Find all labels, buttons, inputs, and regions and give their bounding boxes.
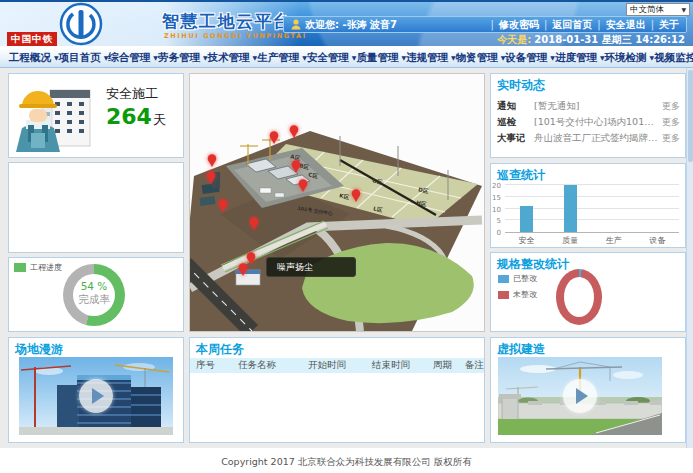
map-marker-icon[interactable]: [289, 123, 299, 136]
legend-label: 已整改: [513, 273, 537, 284]
bar-chart-x-axis: 安全质量生产设备: [505, 235, 679, 246]
main-content: 安全施工 264天 工程进度 54 % 完成率 场地漫游: [0, 68, 693, 448]
virtual-video-thumbnail[interactable]: [498, 357, 662, 435]
welcome-text: 欢迎您: -张涛 波音7: [305, 18, 491, 32]
datetime-value: 2018-01-31 星期三 14:26:12: [534, 34, 685, 45]
x-tick-label: 生产: [592, 235, 636, 246]
safety-days-value: 264: [106, 104, 152, 129]
progress-percent: 54 %: [63, 280, 125, 293]
more-link[interactable]: 更多: [662, 116, 680, 129]
separator: |: [491, 19, 494, 30]
bar-安全: [520, 206, 533, 232]
header-banner: 中国中铁 智慧工地云平台 ZHIHUI GONGDI YUNPINGTAI 中文…: [0, 0, 693, 46]
map-marker-icon[interactable]: [238, 261, 248, 274]
safety-label: 安全施工: [106, 85, 158, 103]
nav-item[interactable]: 进度管理▼: [555, 51, 605, 65]
site-map-panel: 101号 交付中心 噪声扬尘 A区B区C区G区K区L区D区H区: [189, 73, 485, 332]
realtime-rows: 通知[暂无通知]更多巡检[101号交付中心]场内101、103、停机...更多大…: [497, 98, 680, 146]
nav-item[interactable]: 项目首页▼: [59, 51, 109, 65]
separator: |: [597, 19, 600, 30]
nav-item[interactable]: 环境检测▼: [605, 51, 655, 65]
nav-item[interactable]: 物资管理▼: [456, 51, 506, 65]
x-tick-label: 质量: [549, 235, 593, 246]
logo-text: 中国中铁: [7, 32, 57, 46]
realtime-row: 大事记舟山波音工厂正式签约揭牌9月26日，...更多: [497, 130, 680, 146]
datetime: 今天是:2018-01-31 星期三 14:26:12: [497, 33, 685, 47]
task-column-header: 备注: [465, 359, 484, 372]
progress-panel: 工程进度 54 % 完成率: [8, 257, 184, 332]
app-title: 智慧工地云平台: [162, 10, 292, 33]
play-button-icon[interactable]: [79, 379, 113, 413]
user-link[interactable]: 关于: [659, 18, 679, 32]
nav-item[interactable]: 视频监控▼: [654, 51, 693, 65]
user-link[interactable]: 修改密码: [499, 18, 539, 32]
bar-chart-y-axis: 05101520: [491, 186, 503, 233]
y-tick-label: 15: [492, 194, 501, 202]
y-tick-label: 5: [497, 217, 501, 225]
roam-video-thumbnail[interactable]: [19, 357, 173, 435]
chevron-down-icon: ▼: [681, 6, 686, 13]
user-links: |修改密码|返回首页|安全退出|关于: [491, 18, 680, 32]
legend-label: 工程进度: [30, 262, 62, 273]
y-tick-label: 0: [497, 229, 501, 237]
safety-days: 264天: [106, 104, 166, 129]
map-marker-icon[interactable]: [249, 215, 259, 228]
nav-item[interactable]: 生产管理▼: [257, 51, 307, 65]
panel-title: 场地漫游: [15, 341, 63, 358]
vertical-scrollbar[interactable]: [686, 68, 693, 448]
task-column-header: 任务名称: [238, 359, 308, 372]
panel-title: 虚拟建造: [497, 341, 545, 358]
more-link[interactable]: 更多: [662, 132, 680, 145]
panel-title: 巡查统计: [497, 167, 545, 184]
site-3d-map[interactable]: 101号 交付中心 噪声扬尘 A区B区C区G区K区L区D区H区: [190, 74, 484, 331]
map-marker-icon[interactable]: [269, 129, 279, 142]
language-select[interactable]: 中文简体 ▼: [626, 3, 690, 16]
copyright-text: Copyright 2017 北京联合众为科技发展有限公司 版权所有: [221, 456, 472, 467]
nav-item[interactable]: 综合管理▼: [108, 51, 158, 65]
inspection-stats-panel: 巡查统计 05101520 安全质量生产设备: [490, 163, 686, 248]
map-marker-icon[interactable]: [206, 169, 216, 182]
legend-item: 已整改: [498, 273, 537, 284]
progress-legend: 工程进度: [14, 262, 62, 273]
rectify-legend: 已整改未整改: [498, 273, 537, 300]
map-tooltip: 噪声扬尘: [266, 257, 356, 277]
map-marker-icon[interactable]: [298, 177, 308, 190]
nav-item[interactable]: 安全管理▼: [307, 51, 357, 65]
datetime-prefix: 今天是:: [497, 34, 531, 45]
map-marker-icon[interactable]: [351, 187, 361, 200]
play-button-icon[interactable]: [563, 379, 597, 413]
realtime-panel: 实时动态 通知[暂无通知]更多巡检[101号交付中心]场内101、103、停机.…: [490, 73, 686, 158]
map-marker-icon[interactable]: [207, 152, 217, 165]
y-tick-label: 10: [492, 206, 501, 214]
nav-item[interactable]: 劳务管理▼: [158, 51, 208, 65]
nav-item[interactable]: 质量管理▼: [356, 51, 406, 65]
app-window: 中国中铁 智慧工地云平台 ZHIHUI GONGDI YUNPINGTAI 中文…: [0, 0, 693, 473]
legend-swatch: [498, 275, 509, 283]
more-link[interactable]: 更多: [662, 100, 680, 113]
rectify-donut-chart: [556, 269, 602, 325]
nav-item[interactable]: 设备管理▼: [505, 51, 555, 65]
bar-chart-plot: [505, 186, 679, 233]
panel-title: 本周任务: [196, 341, 244, 358]
task-column-header: 开始时间: [308, 359, 372, 372]
site-map-render: [190, 74, 484, 331]
panel-title: 规格整改统计: [497, 256, 569, 273]
weekly-tasks-panel: 本周任务 序号任务名称开始时间结束时间周期备注: [189, 337, 485, 443]
realtime-row: 巡检[101号交付中心]场内101、103、停机...更多: [497, 114, 680, 130]
user-icon: [291, 19, 301, 30]
map-marker-icon[interactable]: [218, 197, 228, 210]
task-column-header: 序号: [196, 359, 238, 372]
user-link[interactable]: 返回首页: [552, 18, 592, 32]
user-link[interactable]: 安全退出: [606, 18, 646, 32]
nav-item[interactable]: 工程概况▼: [9, 51, 59, 65]
nav-item[interactable]: 技术管理▼: [208, 51, 258, 65]
task-column-header: 结束时间: [372, 359, 433, 372]
x-tick-label: 安全: [505, 235, 549, 246]
app-subtitle: ZHIHUI GONGDI YUNPINGTAI: [164, 32, 307, 40]
rectification-stats-panel: 规格整改统计 已整改未整改: [490, 252, 686, 332]
scrollbar-thumb[interactable]: [688, 70, 693, 162]
bar-质量: [564, 185, 577, 232]
map-marker-icon[interactable]: [291, 158, 301, 171]
nav-item[interactable]: 违规管理▼: [406, 51, 456, 65]
site-roam-panel: 场地漫游: [8, 337, 184, 443]
